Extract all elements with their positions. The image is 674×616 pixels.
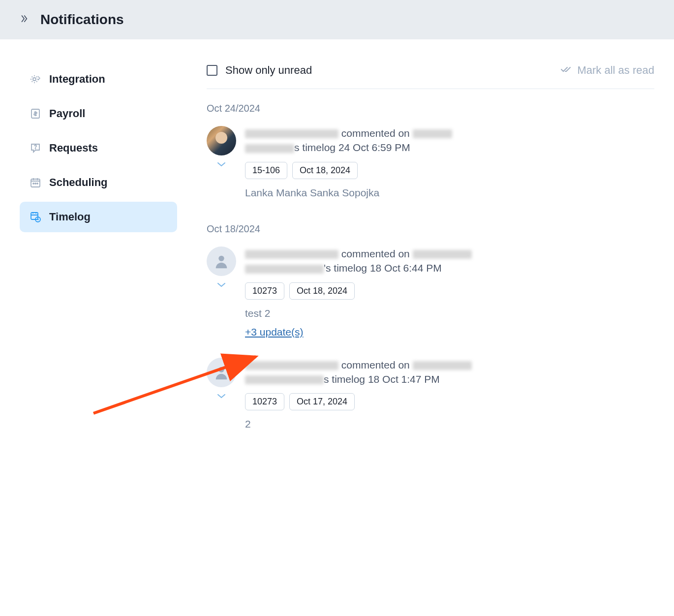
avatar[interactable]	[207, 358, 236, 387]
tag-row: 15-106 Oct 18, 2024	[245, 162, 654, 179]
main-content: Show only unread Mark all as read Oct 24…	[182, 54, 674, 474]
expand-icon[interactable]	[20, 14, 29, 26]
mark-read-label: Mark all as read	[577, 64, 654, 77]
chevron-down-icon[interactable]	[216, 392, 226, 401]
tag[interactable]: 15-106	[245, 162, 287, 179]
svg-rect-7	[31, 213, 38, 219]
checkbox-icon[interactable]	[207, 65, 217, 76]
sidebar-item-label: Requests	[49, 142, 98, 154]
timelog-icon	[30, 211, 41, 223]
tag[interactable]: Oct 18, 2024	[292, 162, 358, 179]
updates-link[interactable]: +3 update(s)	[245, 326, 654, 338]
svg-point-5	[35, 183, 36, 184]
sidebar-item-timelog[interactable]: Timelog	[20, 202, 177, 232]
notification-item[interactable]: commented on s timelog 18 Oct 1:47 PM 10…	[207, 358, 654, 437]
avatar[interactable]	[207, 126, 236, 155]
date-group: Oct 18/2024 commented on 's	[207, 223, 654, 437]
tag-row: 10273 Oct 18, 2024	[245, 282, 654, 300]
sidebar-item-label: Scheduling	[49, 176, 108, 189]
person-icon	[213, 253, 230, 270]
chevron-down-icon[interactable]	[216, 281, 226, 290]
svg-point-9	[218, 255, 224, 261]
calendar-icon	[30, 177, 41, 188]
dollar-document-icon	[30, 108, 41, 120]
tag[interactable]: Oct 17, 2024	[289, 393, 355, 410]
unread-filter-label: Show only unread	[225, 64, 312, 77]
double-check-icon	[560, 65, 572, 76]
notification-text: commented on s timelog 18 Oct 1:47 PM	[245, 358, 654, 387]
page-title: Notifications	[40, 12, 124, 28]
svg-point-4	[33, 183, 34, 184]
notification-item[interactable]: commented on 's timelog 18 Oct 6:44 PM 1…	[207, 246, 654, 338]
comment-text: Lanka Manka Sanka Sopojka	[245, 187, 654, 199]
notification-text: commented on s timelog 24 Oct 6:59 PM	[245, 126, 654, 155]
svg-point-10	[218, 367, 224, 372]
date-label: Oct 18/2024	[207, 223, 654, 235]
svg-point-2	[35, 149, 36, 149]
notification-text: commented on 's timelog 18 Oct 6:44 PM	[245, 246, 654, 276]
sidebar-item-label: Timelog	[49, 211, 91, 223]
comment-text: 2	[245, 418, 654, 430]
filter-row: Show only unread Mark all as read	[207, 64, 654, 89]
unread-filter[interactable]: Show only unread	[207, 64, 312, 77]
chevron-down-icon[interactable]	[216, 160, 226, 169]
notification-item[interactable]: commented on s timelog 24 Oct 6:59 PM 15…	[207, 126, 654, 206]
sidebar-item-requests[interactable]: Requests	[20, 133, 177, 163]
date-group: Oct 24/2024 commented on s timelog 24 Oc	[207, 103, 654, 206]
mark-all-read-button[interactable]: Mark all as read	[560, 64, 654, 77]
svg-point-0	[33, 78, 36, 81]
sidebar: Integration Payroll Requests Scheduling …	[15, 54, 182, 474]
tag[interactable]: 10273	[245, 282, 284, 300]
header: Notifications	[0, 0, 674, 39]
sidebar-item-label: Integration	[49, 73, 105, 86]
sidebar-item-scheduling[interactable]: Scheduling	[20, 167, 177, 198]
date-label: Oct 24/2024	[207, 103, 654, 114]
comment-text: test 2	[245, 308, 654, 319]
sidebar-item-label: Payroll	[49, 107, 85, 120]
sidebar-item-payroll[interactable]: Payroll	[20, 98, 177, 129]
person-icon	[213, 364, 230, 381]
avatar[interactable]	[207, 246, 236, 276]
svg-point-6	[37, 183, 38, 184]
tag-row: 10273 Oct 17, 2024	[245, 393, 654, 410]
gear-arrow-icon	[30, 73, 41, 85]
sidebar-item-integration[interactable]: Integration	[20, 64, 177, 94]
tag[interactable]: Oct 18, 2024	[289, 282, 355, 300]
tag[interactable]: 10273	[245, 393, 284, 410]
question-chat-icon	[30, 142, 41, 154]
